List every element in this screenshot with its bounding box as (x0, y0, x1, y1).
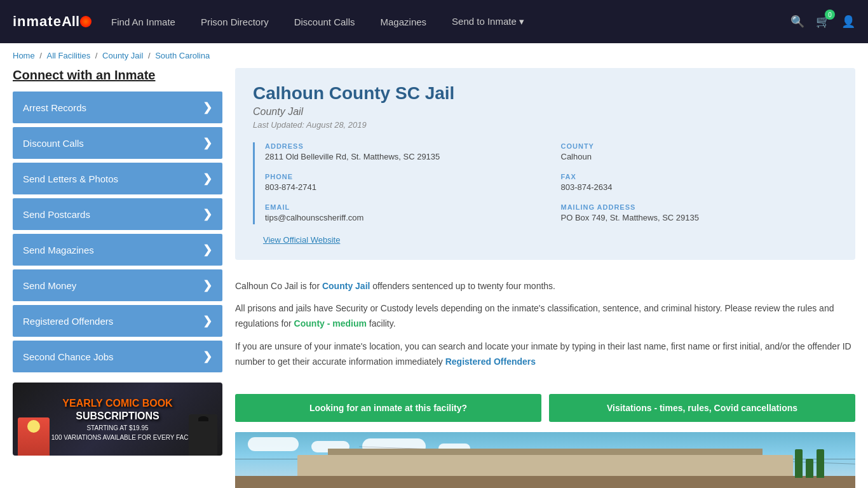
chevron-right-icon: ❯ (203, 172, 212, 186)
logo-dot (80, 16, 92, 27)
chevron-right-icon: ❯ (203, 100, 212, 114)
breadcrumb-county-jail[interactable]: County Jail (102, 51, 143, 60)
nav-find-inmate[interactable]: Find An Inmate (111, 17, 175, 27)
fax-block: FAX 803-874-2634 (561, 173, 838, 193)
sidebar-item-send-postcards[interactable]: Send Postcards ❯ (13, 198, 222, 230)
sidebar-item-arrest-records[interactable]: Arrest Records ❯ (13, 92, 222, 123)
county-jail-link[interactable]: County Jail (322, 281, 370, 291)
chevron-right-icon: ❯ (203, 207, 212, 221)
county-medium-link[interactable]: County - medium (294, 318, 367, 329)
content-area: Calhoun County SC Jail County Jail Last … (235, 68, 855, 488)
main-container: Connect with an Inmate Arrest Records ❯ … (0, 68, 868, 488)
visitations-button[interactable]: Visitations - times, rules, Covid cancel… (549, 394, 855, 422)
chevron-right-icon: ❯ (203, 243, 212, 257)
action-buttons: Looking for an inmate at this facility? … (235, 394, 855, 422)
ad-character-superman (18, 417, 50, 456)
facility-card: Calhoun County SC Jail County Jail Last … (235, 68, 855, 260)
nav-right: 🔍 🛒 0 👤 (790, 15, 855, 29)
find-inmate-button[interactable]: Looking for an inmate at this facility? (235, 394, 541, 422)
chevron-right-icon: ❯ (203, 349, 212, 363)
tree-icon (806, 459, 813, 478)
breadcrumb-all-facilities[interactable]: All Facilities (47, 51, 91, 60)
sidebar-item-send-money[interactable]: Send Money ❯ (13, 269, 222, 301)
email-block: EMAIL tips@calhounscsheriff.com (265, 203, 542, 224)
chevron-right-icon: ❯ (203, 278, 212, 292)
user-icon[interactable]: 👤 (841, 15, 855, 29)
facility-info-grid: ADDRESS 2811 Old Belleville Rd, St. Matt… (253, 142, 837, 224)
cart-icon[interactable]: 🛒 0 (816, 15, 830, 29)
search-icon[interactable]: 🔍 (790, 15, 804, 29)
phone-block: PHONE 803-874-2741 (265, 173, 542, 193)
nav-discount-calls[interactable]: Discount Calls (294, 17, 355, 27)
official-link[interactable]: View Official Website (253, 234, 837, 245)
sidebar-title: Connect with an Inmate (13, 68, 222, 83)
chevron-right-icon: ❯ (203, 136, 212, 150)
breadcrumb: Home / All Facilities / County Jail / So… (0, 43, 868, 68)
cart-badge: 0 (825, 10, 835, 20)
sidebar-item-send-letters[interactable]: Send Letters & Photos ❯ (13, 163, 222, 194)
sidebar-item-second-chance-jobs[interactable]: Second Chance Jobs ❯ (13, 341, 222, 372)
chevron-right-icon: ❯ (203, 314, 212, 328)
breadcrumb-state[interactable]: South Carolina (155, 51, 210, 60)
sidebar-item-send-magazines[interactable]: Send Magazines ❯ (13, 234, 222, 266)
main-nav: inmate All Find An Inmate Prison Directo… (0, 0, 868, 43)
ad-character-batman (189, 414, 217, 456)
mailing-block: MAILING ADDRESS PO Box 749, St. Matthews… (561, 203, 838, 224)
tree-icon (795, 449, 803, 478)
nav-send-to-inmate[interactable]: Send to Inmate ▾ (452, 16, 524, 27)
nav-prison-directory[interactable]: Prison Directory (201, 17, 269, 27)
site-logo[interactable]: inmate All (13, 13, 92, 30)
breadcrumb-home[interactable]: Home (13, 51, 35, 60)
tree-icon (817, 449, 824, 478)
registered-offenders-link[interactable]: Registered Offenders (445, 356, 536, 367)
facility-photo (235, 432, 855, 488)
address-block: ADDRESS 2811 Old Belleville Rd, St. Matt… (265, 142, 542, 163)
sidebar-item-discount-calls[interactable]: Discount Calls ❯ (13, 127, 222, 159)
sidebar-ad-banner[interactable]: YEARLY COMIC BOOK SUBSCRIPTIONS STARTING… (13, 383, 222, 456)
facility-description: Calhoun Co Jail is for County Jail offen… (235, 273, 855, 384)
facility-last-updated: Last Updated: August 28, 2019 (253, 120, 837, 130)
county-block: COUNTY Calhoun (561, 142, 838, 163)
sidebar-item-registered-offenders[interactable]: Registered Offenders ❯ (13, 305, 222, 337)
nav-magazines[interactable]: Magazines (381, 17, 427, 27)
facility-name: Calhoun County SC Jail (253, 83, 837, 104)
sidebar-items: Arrest Records ❯ Discount Calls ❯ Send L… (13, 92, 222, 372)
nav-links: Find An Inmate Prison Directory Discount… (111, 16, 790, 27)
facility-type: County Jail (253, 106, 837, 118)
sidebar: Connect with an Inmate Arrest Records ❯ … (13, 68, 222, 488)
